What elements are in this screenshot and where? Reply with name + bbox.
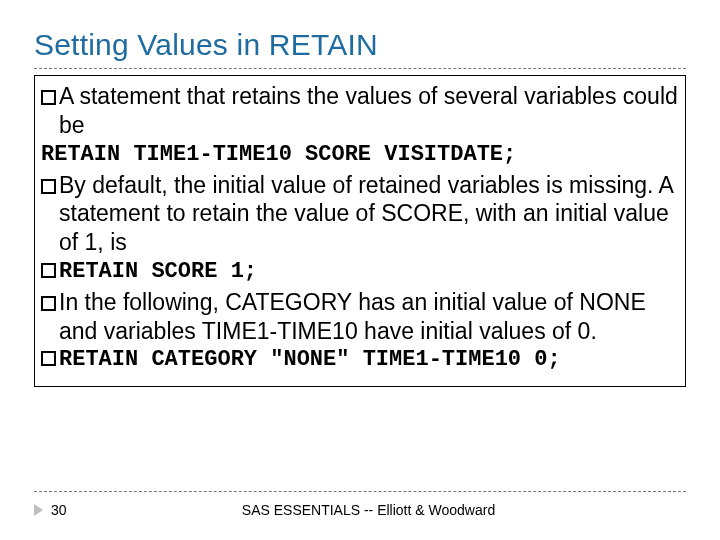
content-box: A statement that retains the values of s…	[34, 75, 686, 387]
code-line-1: RETAIN TIME1-TIME10 SCORE VISITDATE;	[41, 142, 679, 167]
bullet-1-text: A statement that retains the values of s…	[59, 83, 678, 138]
bullet-2: By default, the initial value of retaine…	[41, 171, 679, 257]
title-divider	[34, 68, 686, 69]
bullet-icon	[41, 351, 56, 366]
slide-title: Setting Values in RETAIN	[34, 28, 686, 62]
play-icon	[34, 504, 43, 516]
bullet-icon	[41, 263, 56, 278]
page-number: 30	[51, 502, 91, 518]
code-line-2: RETAIN SCORE 1;	[41, 259, 679, 284]
bullet-2-text: By default, the initial value of retaine…	[59, 172, 673, 256]
slide: Setting Values in RETAIN A statement tha…	[0, 0, 720, 540]
footer-divider	[34, 491, 686, 492]
bullet-3-text: In the following, CATEGORY has an initia…	[59, 289, 646, 344]
bullet-icon	[41, 296, 56, 311]
code-line-3: RETAIN CATEGORY "NONE" TIME1-TIME10 0;	[41, 347, 679, 372]
code-3-text: RETAIN CATEGORY "NONE" TIME1-TIME10 0;	[59, 347, 561, 372]
footer-row: 30 SAS ESSENTIALS -- Elliott & Woodward	[34, 502, 686, 518]
code-2-text: RETAIN SCORE 1;	[59, 259, 257, 284]
bullet-3: In the following, CATEGORY has an initia…	[41, 288, 679, 346]
bullet-icon	[41, 179, 56, 194]
footer: 30 SAS ESSENTIALS -- Elliott & Woodward	[34, 489, 686, 518]
bullet-1: A statement that retains the values of s…	[41, 82, 679, 140]
bullet-icon	[41, 90, 56, 105]
footer-text: SAS ESSENTIALS -- Elliott & Woodward	[91, 502, 646, 518]
